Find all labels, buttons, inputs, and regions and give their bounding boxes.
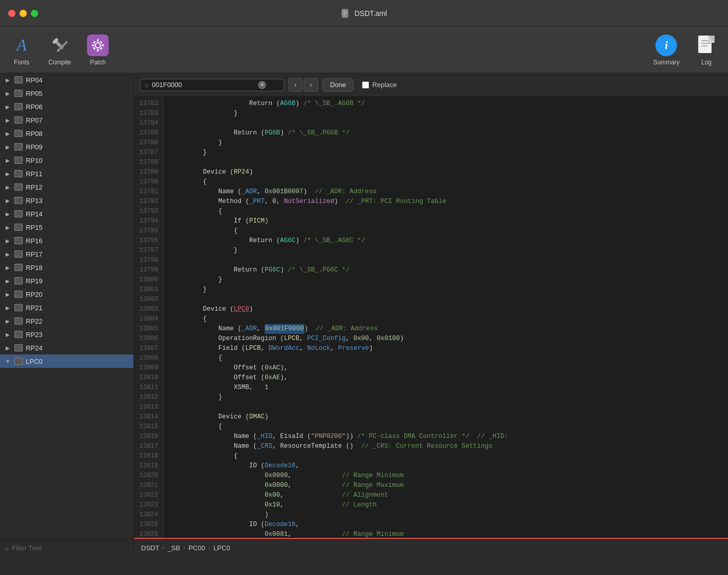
sidebar-item-rp11[interactable]: RP11 xyxy=(0,167,133,180)
patch-toolbar-item[interactable]: Patch xyxy=(86,34,109,66)
sidebar-item-rp06[interactable]: RP06 xyxy=(0,100,133,113)
code-line: } xyxy=(172,138,728,148)
code-line: { xyxy=(172,422,728,432)
line-number: 13819 xyxy=(134,461,163,471)
sidebar-item-rp23[interactable]: RP23 xyxy=(0,328,133,341)
sidebar-item-rp08[interactable]: RP08 xyxy=(0,127,133,140)
compile-toolbar-item[interactable]: Compile xyxy=(48,34,71,66)
sidebar-item-rp18[interactable]: RP18 xyxy=(0,261,133,274)
node-label: RP14 xyxy=(26,210,43,218)
line-number: 13792 xyxy=(134,197,163,207)
code-line xyxy=(172,256,728,265)
line-number: 13803 xyxy=(134,305,163,314)
log-toolbar-item[interactable]: Log xyxy=(695,34,718,66)
window-controls xyxy=(8,10,38,17)
search-input[interactable] xyxy=(152,81,255,89)
sidebar-filter: ⌕ xyxy=(0,539,133,556)
line-number: 13801 xyxy=(134,285,163,295)
line-number: 13822 xyxy=(134,491,163,500)
node-label: RP11 xyxy=(26,170,43,178)
chevron-icon xyxy=(4,143,11,150)
line-number: 13800 xyxy=(134,275,163,285)
minimize-button[interactable] xyxy=(20,10,27,17)
sidebar-list: RP04RP05RP06RP07RP08RP09RP10RP11RP12RP13… xyxy=(0,73,133,539)
sidebar-item-rp21[interactable]: RP21 xyxy=(0,301,133,314)
sidebar-item-rp10[interactable]: RP10 xyxy=(0,154,133,167)
sidebar-item-rp16[interactable]: RP16 xyxy=(0,234,133,247)
search-done-button[interactable]: Done xyxy=(322,78,354,92)
code-line: Return (AG6B) /* \_SB_.AG6B */ xyxy=(172,99,728,109)
breadcrumb-item[interactable]: PC00 xyxy=(188,544,205,552)
sidebar-item-rp15[interactable]: RP15 xyxy=(0,221,133,234)
patch-label: Patch xyxy=(90,59,106,66)
sidebar-item-rp07[interactable]: RP07 xyxy=(0,113,133,127)
node-label: RP05 xyxy=(26,90,43,97)
sidebar-item-rp09[interactable]: RP09 xyxy=(0,140,133,154)
sidebar-item-lpc0[interactable]: LPC0 xyxy=(0,354,133,368)
line-number: 13813 xyxy=(134,402,163,412)
log-icon xyxy=(697,35,716,56)
node-label: RP20 xyxy=(26,291,43,298)
chevron-icon xyxy=(4,304,11,311)
line-number: 13816 xyxy=(134,432,163,442)
compile-icon-wrap xyxy=(48,34,71,57)
sidebar-item-rp05[interactable]: RP05 xyxy=(0,87,133,100)
sidebar-item-rp12[interactable]: RP12 xyxy=(0,180,133,194)
code-line: Return (AG6C) /* \_SB_.AG6C */ xyxy=(172,236,728,246)
node-icon xyxy=(14,304,23,311)
node-icon xyxy=(14,103,23,110)
code-line: Name (_HID, EisaId ("PNP0200")) /* PC-cl… xyxy=(172,432,728,442)
svg-rect-10 xyxy=(97,49,99,52)
code-editor[interactable]: 1378213783137841378513786137871378813789… xyxy=(134,97,728,538)
line-number: 13789 xyxy=(134,167,163,177)
search-nav: ‹ › xyxy=(288,78,318,92)
breadcrumb-item[interactable]: DSDT xyxy=(141,544,159,552)
summary-toolbar-item[interactable]: i Summary xyxy=(653,34,680,66)
breadcrumb-item[interactable]: _SB xyxy=(167,544,180,552)
line-number: 13791 xyxy=(134,187,163,197)
chevron-icon xyxy=(4,224,11,231)
log-label: Log xyxy=(701,59,712,66)
fonts-toolbar-item[interactable]: A Fonts xyxy=(10,34,33,66)
node-label: RP22 xyxy=(26,317,43,325)
breadcrumb-item[interactable]: LPC0 xyxy=(214,544,231,552)
window-title: DSDT.aml xyxy=(354,9,387,18)
search-clear-button[interactable]: ✕ xyxy=(258,81,266,89)
filter-input[interactable] xyxy=(12,544,128,552)
line-number: 13810 xyxy=(134,373,163,383)
sidebar-item-rp14[interactable]: RP14 xyxy=(0,207,133,221)
code-line: Device (DMAC) xyxy=(172,412,728,422)
close-button[interactable] xyxy=(8,10,15,17)
sidebar-item-rp19[interactable]: RP19 xyxy=(0,274,133,288)
maximize-button[interactable] xyxy=(31,10,38,17)
node-label: RP12 xyxy=(26,183,43,191)
code-line: { xyxy=(172,314,728,324)
code-line: { xyxy=(172,353,728,363)
chevron-icon xyxy=(4,264,11,271)
fonts-icon-wrap: A xyxy=(10,34,33,57)
code-line: 0x00, // Alignment xyxy=(172,491,728,500)
line-number: 13799 xyxy=(134,265,163,275)
sidebar-item-rp13[interactable]: RP13 xyxy=(0,194,133,207)
sidebar-item-rp22[interactable]: RP22 xyxy=(0,314,133,328)
node-icon xyxy=(14,264,23,271)
line-number: 13783 xyxy=(134,109,163,119)
svg-point-8 xyxy=(95,43,100,48)
search-next-button[interactable]: › xyxy=(304,78,318,92)
sidebar-item-rp20[interactable]: RP20 xyxy=(0,288,133,301)
line-number: 13793 xyxy=(134,207,163,216)
sidebar-item-rp04[interactable]: RP04 xyxy=(0,73,133,87)
search-prev-button[interactable]: ‹ xyxy=(288,78,303,92)
sidebar-item-rp17[interactable]: RP17 xyxy=(0,247,133,261)
code-line: Name (_ADR, 0x001B0007) // _ADR: Address xyxy=(172,187,728,197)
replace-checkbox[interactable] xyxy=(362,81,369,89)
svg-rect-13 xyxy=(93,41,96,44)
code-line: } xyxy=(172,246,728,256)
chevron-icon xyxy=(4,317,11,325)
titlebar: DSDT.aml xyxy=(0,0,728,27)
code-line: } xyxy=(172,285,728,295)
fonts-label: Fonts xyxy=(14,59,29,66)
node-icon xyxy=(14,183,23,191)
node-icon xyxy=(14,237,23,244)
sidebar-item-rp24[interactable]: RP24 xyxy=(0,341,133,354)
